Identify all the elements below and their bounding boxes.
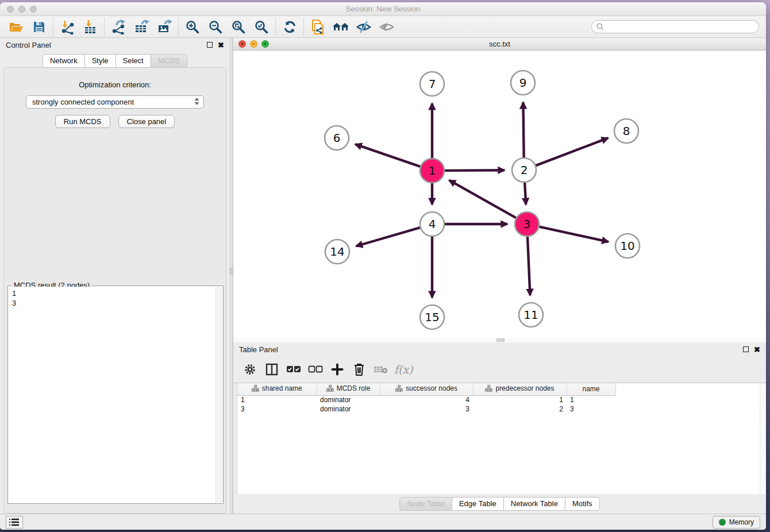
float-panel-icon[interactable] — [743, 346, 749, 352]
close-panel-icon[interactable]: ✖ — [754, 346, 760, 353]
import-table-button[interactable] — [79, 17, 102, 37]
column-header-predecessor-nodes[interactable]: predecessor nodes — [473, 383, 567, 395]
graph-node-4[interactable]: 4 — [420, 212, 444, 236]
result-scrollbar[interactable] — [215, 287, 222, 503]
memory-button[interactable]: Memory — [713, 516, 760, 529]
network-maximize-button[interactable]: + — [261, 40, 269, 48]
import-network-button[interactable] — [56, 17, 79, 37]
edge-3-1[interactable] — [449, 180, 516, 218]
edge-1-6[interactable] — [355, 144, 420, 167]
function-builder-button[interactable]: f(x) — [394, 361, 413, 378]
edge-3-10[interactable] — [539, 227, 608, 242]
search-field[interactable] — [591, 20, 759, 33]
zoom-window-button[interactable] — [30, 6, 37, 13]
table-tab-motifs[interactable]: Motifs — [565, 497, 600, 511]
cell-0-name[interactable]: 1 — [567, 395, 615, 404]
graph-node-14[interactable]: 14 — [325, 240, 349, 264]
apply-layout-button[interactable] — [278, 17, 301, 37]
export-table-button[interactable] — [130, 17, 153, 37]
task-history-button[interactable] — [6, 516, 23, 529]
export-network-button[interactable] — [107, 17, 130, 37]
zoom-out-button[interactable] — [204, 17, 227, 37]
column-header-name[interactable]: name — [567, 383, 615, 395]
select-all-button[interactable] — [285, 361, 302, 378]
graph-node-2[interactable]: 2 — [512, 158, 536, 182]
tab-style[interactable]: Style — [85, 54, 116, 68]
column-header-shared-name[interactable]: shared name — [237, 383, 317, 395]
show-all-button[interactable] — [375, 17, 398, 37]
clone-network-button[interactable] — [306, 17, 329, 37]
open-session-button[interactable] — [5, 17, 28, 37]
horizontal-splitter[interactable] — [233, 338, 766, 342]
zoom-in-button[interactable] — [181, 17, 204, 37]
table-row-0[interactable]: 1dominator411 — [237, 395, 615, 404]
splitter-grip[interactable] — [496, 338, 505, 342]
column-header-successor-nodes[interactable]: successor nodes — [380, 383, 473, 395]
first-neighbors-button[interactable] — [329, 17, 352, 37]
cell-1-shared-name[interactable]: 3 — [237, 404, 317, 414]
control-panel-title: Control Panel — [6, 41, 51, 49]
table-tab-edge-table[interactable]: Edge Table — [452, 497, 504, 511]
graph-node-15[interactable]: 15 — [420, 305, 444, 329]
edge-4-14[interactable] — [356, 228, 420, 246]
search-input[interactable] — [607, 23, 754, 31]
cell-1-MCDS-role[interactable]: dominator — [317, 404, 380, 414]
graph-node-6[interactable]: 6 — [325, 126, 349, 150]
edge-3-11[interactable] — [528, 237, 530, 295]
split-view-button[interactable] — [263, 361, 280, 378]
export-image-button[interactable] — [153, 17, 176, 37]
tab-select[interactable]: Select — [116, 54, 151, 68]
network-canvas[interactable]: 7968124314101511 — [233, 51, 766, 340]
cell-0-predecessor-nodes[interactable]: 1 — [473, 395, 567, 404]
table-settings-button[interactable] — [241, 361, 259, 378]
graph-node-1[interactable]: 1 — [420, 159, 444, 183]
cell-0-successor-nodes[interactable]: 4 — [380, 395, 473, 404]
run-mcds-button[interactable]: Run MCDS — [55, 115, 110, 128]
edge-2-9[interactable] — [523, 102, 523, 157]
cell-1-predecessor-nodes[interactable]: 2 — [473, 404, 567, 414]
mcds-result-list[interactable]: 1 3 — [9, 287, 215, 503]
svg-text:6: 6 — [333, 131, 341, 145]
cell-1-successor-nodes[interactable]: 3 — [380, 404, 473, 414]
table-tab-node-table[interactable]: Node Table — [399, 497, 452, 511]
cell-1-name[interactable]: 3 — [567, 404, 615, 414]
table-row-1[interactable]: 3dominator323 — [237, 404, 615, 414]
table-scrollbar[interactable] — [760, 383, 766, 494]
table-panel: Table Panel ✖ — [233, 342, 766, 514]
delete-column-button[interactable] — [351, 361, 368, 378]
graph-node-10[interactable]: 10 — [615, 234, 640, 258]
edge-1-2[interactable] — [445, 170, 505, 171]
deselect-all-button[interactable] — [307, 361, 324, 378]
hide-selected-button[interactable] — [352, 17, 375, 37]
edge-2-3[interactable] — [525, 183, 526, 205]
zoom-selected-button[interactable] — [250, 17, 273, 37]
save-session-button[interactable] — [28, 17, 51, 37]
close-window-button[interactable] — [7, 6, 14, 13]
cell-0-MCDS-role[interactable]: dominator — [317, 395, 380, 404]
network-window-titlebar[interactable]: × − + scc.txt — [233, 38, 766, 51]
delete-table-button[interactable] — [372, 361, 390, 378]
graph-node-9[interactable]: 9 — [511, 71, 535, 95]
network-minimize-button[interactable]: − — [250, 40, 257, 48]
column-header-MCDS-role[interactable]: MCDS role — [317, 383, 380, 395]
close-panel-button[interactable]: Close panel — [118, 115, 175, 128]
criterion-select[interactable]: strongly connected component — [26, 95, 204, 109]
graph-node-8[interactable]: 8 — [614, 119, 638, 143]
graph-node-3[interactable]: 3 — [515, 212, 539, 236]
network-window-controls: × − + — [238, 40, 269, 48]
network-close-button[interactable]: × — [238, 40, 246, 48]
tab-network[interactable]: Network — [43, 54, 85, 68]
graph-node-11[interactable]: 11 — [519, 303, 543, 327]
svg-text:2: 2 — [521, 163, 528, 177]
zoom-fit-button[interactable] — [227, 17, 250, 37]
cell-0-shared-name[interactable]: 1 — [237, 395, 317, 404]
eye-icon — [379, 20, 395, 34]
tab-mcds[interactable]: MCDS — [151, 54, 187, 68]
graph-node-7[interactable]: 7 — [420, 72, 444, 96]
float-panel-icon[interactable] — [207, 42, 213, 48]
edge-2-8[interactable] — [536, 138, 609, 165]
close-panel-icon[interactable]: ✖ — [218, 41, 224, 49]
add-column-button[interactable] — [329, 361, 346, 378]
minimize-window-button[interactable] — [18, 6, 25, 13]
table-tab-network-table[interactable]: Network Table — [504, 497, 565, 511]
